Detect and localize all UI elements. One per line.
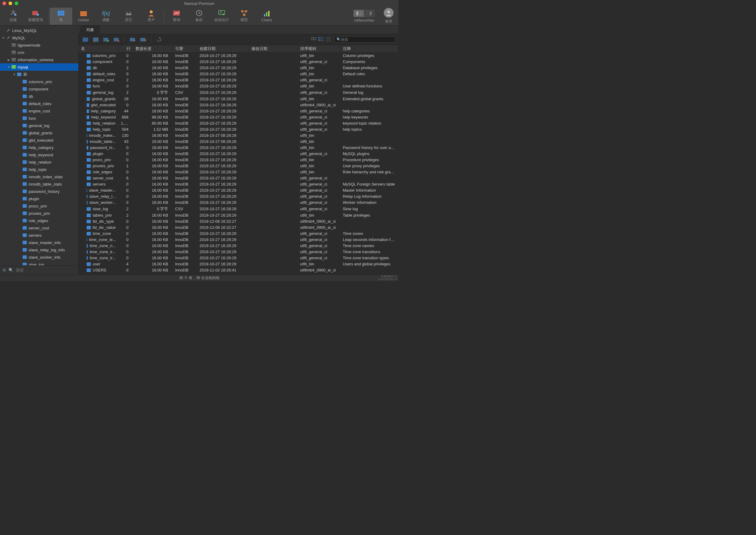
table-row[interactable]: time_zone_le... 0 16.00 KB InnoDB 2019-1… bbox=[79, 237, 398, 243]
tree-item[interactable]: default_roles bbox=[0, 100, 78, 107]
tree-item[interactable]: server_cost bbox=[0, 224, 78, 232]
table-row[interactable]: component 0 16.00 KB InnoDB 2019-10-27 1… bbox=[79, 59, 398, 65]
query-button[interactable]: 查询 bbox=[165, 8, 188, 25]
table-row[interactable]: time_zone 0 16.00 KB InnoDB 2019-10-27 1… bbox=[79, 231, 398, 237]
detail-view-icon[interactable] bbox=[326, 37, 331, 42]
tree-item[interactable]: help_topic bbox=[0, 166, 78, 173]
table-row[interactable]: time_zone_tr... 0 16.00 KB InnoDB 2019-1… bbox=[79, 255, 398, 261]
avatar-icon[interactable] bbox=[384, 8, 393, 18]
maximize-icon[interactable] bbox=[15, 2, 18, 5]
col-collation[interactable]: 排序规则 bbox=[298, 45, 340, 53]
layout-left-icon[interactable] bbox=[354, 10, 364, 17]
tree-item[interactable]: password_history bbox=[0, 188, 78, 195]
model-button[interactable]: 模型 bbox=[233, 8, 255, 25]
user-button[interactable]: 用户 bbox=[140, 8, 162, 25]
rsview-button[interactable]: rsView bbox=[72, 8, 95, 25]
tree-item[interactable]: procs_priv bbox=[0, 202, 78, 210]
col-rows[interactable]: 行 bbox=[118, 45, 133, 53]
table-row[interactable]: procs_priv 0 16.00 KB InnoDB 2019-10-27 … bbox=[79, 157, 398, 163]
table-row[interactable]: slave_relay_l... 0 16.00 KB InnoDB 2019-… bbox=[79, 193, 398, 200]
design-table-icon[interactable] bbox=[92, 36, 100, 43]
table-row[interactable]: engine_cost 2 16.00 KB InnoDB 2019-10-27… bbox=[79, 77, 398, 83]
tree-item[interactable]: slave_master_info bbox=[0, 239, 78, 246]
table-row[interactable]: role_edges 0 16.00 KB InnoDB 2019-10-27 … bbox=[79, 169, 398, 175]
table-row[interactable]: slave_master... 0 16.00 KB InnoDB 2019-1… bbox=[79, 187, 398, 193]
col-comment[interactable]: 注释 bbox=[340, 45, 398, 53]
col-engine[interactable]: 引擎 bbox=[173, 45, 197, 53]
view-segmented[interactable] bbox=[353, 10, 375, 17]
close-icon[interactable] bbox=[2, 2, 6, 5]
refresh-icon[interactable] bbox=[156, 36, 163, 43]
import-icon[interactable] bbox=[129, 36, 136, 43]
tree-item[interactable]: func bbox=[0, 115, 78, 122]
table-row[interactable]: time_zone_n... 0 16.00 KB InnoDB 2019-10… bbox=[79, 243, 398, 249]
col-size[interactable]: 数据长度 bbox=[133, 45, 173, 53]
tree-item[interactable]: global_grants bbox=[0, 129, 78, 136]
tree-item[interactable]: innodb_table_stats bbox=[0, 180, 78, 188]
tree-item[interactable]: innodb_index_stats bbox=[0, 173, 78, 180]
tree-item[interactable]: ▼mysql bbox=[0, 63, 78, 71]
table-button[interactable]: 表 bbox=[50, 8, 72, 25]
col-name[interactable]: 名 bbox=[79, 45, 118, 53]
settings-icon[interactable]: ⚙ bbox=[2, 268, 6, 272]
minimize-icon[interactable] bbox=[9, 2, 12, 5]
table-row[interactable]: innodb_index... 130 16.00 KB InnoDB 2019… bbox=[79, 132, 398, 139]
tab-objects[interactable]: 对象 bbox=[80, 26, 100, 34]
table-row[interactable]: help_keyword 666 96.00 KB InnoDB 2019-10… bbox=[79, 114, 398, 120]
delete-table-icon[interactable]: − bbox=[113, 36, 120, 43]
tree-item[interactable]: db bbox=[0, 93, 78, 100]
table-row[interactable]: tbl_dic_type 0 16.00 KB InnoDB 2019-12-0… bbox=[79, 218, 398, 225]
table-row[interactable]: help_category 44 16.00 KB InnoDB 2019-10… bbox=[79, 108, 398, 114]
tree-item[interactable]: columns_priv bbox=[0, 78, 78, 85]
col-modified[interactable]: 修改日期 bbox=[249, 45, 298, 53]
tree-item[interactable]: ▼表 bbox=[0, 71, 78, 78]
table-row[interactable]: tables_priv 2 16.00 KB InnoDB 2019-10-27… bbox=[79, 212, 398, 218]
list-view-icon[interactable] bbox=[319, 37, 324, 42]
table-row[interactable]: plugin 0 16.00 KB InnoDB 2019-10-27 16:2… bbox=[79, 151, 398, 157]
new-query-button[interactable]: + 新建查询 bbox=[24, 8, 47, 25]
table-row[interactable]: global_grants 28 16.00 KB InnoDB 2019-10… bbox=[79, 96, 398, 102]
table-row[interactable]: general_log 2 0 字节 CSV 2019-10-27 16:28:… bbox=[79, 89, 398, 96]
tree-item[interactable]: bjpowernode bbox=[0, 42, 78, 49]
table-row[interactable]: slow_log 2 0 字节 CSV 2019-10-27 16:28:29 … bbox=[79, 206, 398, 212]
table-row[interactable]: gtid_executed 0 16.00 KB InnoDB 2019-10-… bbox=[79, 102, 398, 108]
tree-item[interactable]: slave_relay_log_info bbox=[0, 246, 78, 253]
layout-right-icon[interactable] bbox=[364, 10, 374, 17]
tree-item[interactable]: plugin bbox=[0, 195, 78, 202]
tree-item[interactable]: help_relation bbox=[0, 158, 78, 166]
autorun-button[interactable]: 自动运行 bbox=[210, 8, 233, 25]
tree-item[interactable]: slave_worker_info bbox=[0, 253, 78, 261]
table-row[interactable]: password_hi... 0 16.00 KB InnoDB 2019-10… bbox=[79, 145, 398, 151]
charts-button[interactable]: Charts bbox=[255, 8, 278, 25]
table-row[interactable]: server_cost 6 16.00 KB InnoDB 2019-10-27… bbox=[79, 175, 398, 181]
table-row[interactable]: help_relation 1,698 80.00 KB InnoDB 2019… bbox=[79, 120, 398, 127]
table-row[interactable]: slave_worker... 0 16.00 KB InnoDB 2019-1… bbox=[79, 200, 398, 206]
tree-item[interactable]: help_keyword bbox=[0, 151, 78, 158]
table-row[interactable]: servers 0 16.00 KB InnoDB 2019-10-27 16:… bbox=[79, 181, 398, 187]
tree-item[interactable]: proxies_priv bbox=[0, 210, 78, 217]
table-row[interactable]: USERS 0 16.00 KB InnoDB 2019-11-02 18:26… bbox=[79, 267, 398, 273]
tree-item[interactable]: component bbox=[0, 85, 78, 93]
tree-item[interactable]: Linux_MySQL bbox=[0, 27, 78, 34]
table-row[interactable]: help_topic 504 1.52 MB InnoDB 2019-10-27… bbox=[79, 127, 398, 132]
tree-item[interactable]: help_category bbox=[0, 144, 78, 151]
backup-button[interactable]: 备份 bbox=[188, 8, 210, 25]
function-button[interactable]: f(x) 函数 bbox=[95, 8, 117, 25]
sidebar-search-input[interactable] bbox=[16, 268, 76, 272]
object-search-input[interactable] bbox=[341, 38, 393, 42]
tree-item[interactable]: ▶information_schema bbox=[0, 56, 78, 63]
tree-item[interactable]: servers bbox=[0, 232, 78, 239]
tree-item[interactable]: crm bbox=[0, 49, 78, 56]
table-row[interactable]: db 2 16.00 KB InnoDB 2019-10-27 16:28:29… bbox=[79, 65, 398, 71]
other-button[interactable]: 其它 bbox=[117, 8, 140, 25]
tree-item[interactable]: role_edges bbox=[0, 217, 78, 224]
table-row[interactable]: user 4 16.00 KB InnoDB 2019-10-27 16:28:… bbox=[79, 261, 398, 267]
table-row[interactable]: func 0 16.00 KB InnoDB 2019-10-27 16:28:… bbox=[79, 83, 398, 89]
tree-item[interactable]: ▼MySQL bbox=[0, 34, 78, 42]
tree-item[interactable]: slow_log bbox=[0, 261, 78, 266]
table-row[interactable]: proxies_priv 1 16.00 KB InnoDB 2019-10-2… bbox=[79, 163, 398, 169]
object-search[interactable]: 🔍 bbox=[334, 37, 395, 42]
tree-item[interactable]: general_log bbox=[0, 122, 78, 129]
new-table-icon[interactable]: + bbox=[102, 36, 110, 43]
table-row[interactable]: columns_priv 0 16.00 KB InnoDB 2019-10-2… bbox=[79, 53, 398, 59]
